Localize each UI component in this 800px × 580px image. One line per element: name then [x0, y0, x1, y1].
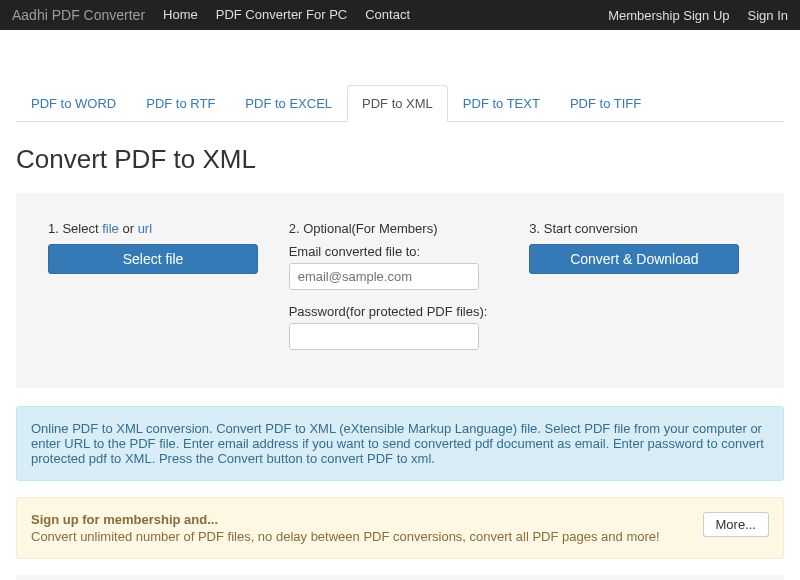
email-label: Email converted file to:: [289, 244, 512, 259]
navbar-brand[interactable]: Aadhi PDF Converter: [12, 7, 145, 23]
tab-pdf-to-text[interactable]: PDF to TEXT: [448, 85, 555, 122]
more-button[interactable]: More...: [703, 512, 769, 537]
nav-contact[interactable]: Contact: [365, 7, 410, 23]
tab-pdf-to-rtf[interactable]: PDF to RTF: [131, 85, 230, 122]
nav-pdf-converter-pc[interactable]: PDF Converter For PC: [216, 7, 347, 23]
tab-pdf-to-xml[interactable]: PDF to XML: [347, 85, 448, 122]
tab-pdf-to-word[interactable]: PDF to WORD: [16, 85, 131, 122]
nav-membership-signup[interactable]: Membership Sign Up: [608, 8, 729, 23]
tab-pdf-to-tiff[interactable]: PDF to TIFF: [555, 85, 656, 122]
conversion-panel: 1. Select file or url Select file 2. Opt…: [16, 193, 784, 388]
step1-label: 1. Select file or url: [48, 221, 271, 236]
nav-home[interactable]: Home: [163, 7, 198, 23]
file-link[interactable]: file: [102, 221, 119, 236]
nav-signin[interactable]: Sign In: [748, 8, 788, 23]
step3: 3. Start conversion Convert & Download: [529, 221, 752, 360]
tab-pdf-to-excel[interactable]: PDF to EXCEL: [230, 85, 347, 122]
tabs: PDF to WORD PDF to RTF PDF to EXCEL PDF …: [16, 85, 784, 122]
password-label: Password(for protected PDF files):: [289, 304, 512, 319]
select-file-button[interactable]: Select file: [48, 244, 258, 274]
section-divider: [16, 575, 784, 580]
step1: 1. Select file or url Select file: [48, 221, 271, 360]
promo-title: Sign up for membership and...: [31, 512, 660, 527]
email-field[interactable]: [289, 263, 479, 290]
navbar: Aadhi PDF Converter Home PDF Converter F…: [0, 0, 800, 30]
page-title: Convert PDF to XML: [16, 144, 784, 175]
promo-text: Convert unlimited number of PDF files, n…: [31, 529, 660, 544]
navbar-right: Membership Sign Up Sign In: [608, 8, 788, 23]
promo-alert: Sign up for membership and... Convert un…: [16, 497, 784, 559]
url-link[interactable]: url: [138, 221, 152, 236]
step3-label: 3. Start conversion: [529, 221, 752, 236]
info-alert: Online PDF to XML conversion. Convert PD…: [16, 406, 784, 481]
step2-label: 2. Optional(For Members): [289, 221, 512, 236]
convert-download-button[interactable]: Convert & Download: [529, 244, 739, 274]
password-field[interactable]: [289, 323, 479, 350]
step2: 2. Optional(For Members) Email converted…: [289, 221, 512, 360]
navbar-left: Aadhi PDF Converter Home PDF Converter F…: [12, 7, 410, 23]
